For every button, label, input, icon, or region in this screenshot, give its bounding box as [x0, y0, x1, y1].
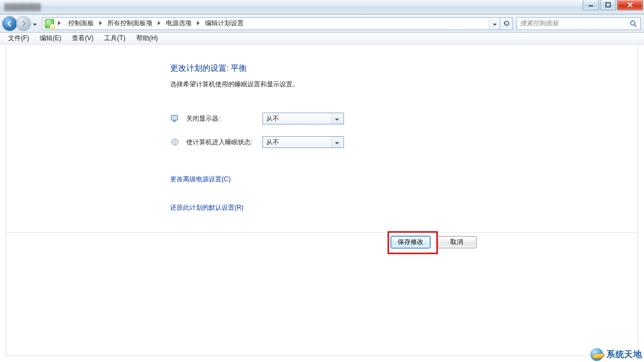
setting-label: 关闭显示器:	[186, 114, 256, 123]
watermark: 系统天地	[590, 348, 642, 361]
close-button[interactable]	[617, 0, 643, 10]
setting-sleep: 使计算机进入睡眠状态: 从不	[170, 136, 481, 148]
maximize-button[interactable]	[600, 0, 616, 10]
menu-tools[interactable]: 工具(T)	[99, 32, 130, 45]
breadcrumb-label: 编辑计划设置	[205, 19, 244, 28]
address-dropdown[interactable]	[489, 18, 500, 29]
breadcrumb-item[interactable]: 编辑计划设置	[201, 18, 247, 29]
arrow-left-icon	[6, 20, 13, 27]
title-bar: ████████	[0, 0, 644, 14]
chevron-right-icon	[98, 20, 104, 26]
refresh-icon	[503, 20, 510, 27]
nav-buttons	[2, 16, 39, 31]
restore-defaults-link[interactable]: 还原此计划的默认设置(R)	[170, 203, 244, 212]
setting-label: 使计算机进入睡眠状态:	[186, 138, 256, 147]
breadcrumb-item[interactable]: 电源选项	[162, 18, 195, 29]
breadcrumb-label: 控制面板	[68, 19, 94, 28]
display-off-combo[interactable]: 从不	[262, 113, 344, 124]
combo-value: 从不	[266, 138, 332, 147]
nav-history-dropdown[interactable]	[31, 18, 39, 29]
monitor-icon	[170, 114, 180, 123]
chevron-down-icon	[332, 113, 341, 124]
menu-help[interactable]: 帮助(H)	[131, 32, 163, 45]
refresh-button[interactable]	[500, 17, 513, 30]
breadcrumb-item[interactable]: 控制面板	[64, 18, 98, 29]
chevron-right-icon	[56, 20, 62, 26]
forward-button[interactable]	[16, 16, 31, 31]
page-description: 选择希望计算机使用的睡眠设置和显示设置。	[170, 80, 481, 89]
breadcrumb-label: 所有控制面板项	[107, 19, 152, 28]
sleep-combo[interactable]: 从不	[262, 136, 344, 148]
chevron-right-icon	[195, 20, 201, 26]
advanced-settings-link[interactable]: 更改高级电源设置(C)	[170, 175, 231, 184]
annotation-highlight	[387, 231, 438, 254]
menu-file[interactable]: 文件(F)	[3, 32, 34, 45]
button-row: 保存修改 取消	[6, 236, 638, 248]
control-panel-icon	[45, 19, 54, 28]
breadcrumb-item[interactable]: 所有控制面板项	[104, 18, 156, 29]
breadcrumbs: 控制面板 所有控制面板项 电源选项 编辑计划设置	[64, 18, 487, 29]
back-button[interactable]	[2, 16, 17, 31]
search-input[interactable]: 搜索控制面板	[516, 17, 641, 30]
nav-bar: 控制面板 所有控制面板项 电源选项 编辑计划设置 搜索控制面板	[0, 14, 644, 33]
page-title: 更改计划的设置: 平衡	[170, 63, 481, 73]
title-bar-blurred-text: ████████	[0, 0, 582, 14]
svg-rect-0	[589, 5, 593, 6]
svg-point-2	[631, 21, 635, 25]
combo-value: 从不	[266, 114, 332, 123]
minimize-button[interactable]	[583, 0, 599, 10]
menu-edit[interactable]: 编辑(E)	[35, 32, 66, 45]
menu-bar: 文件(F) 编辑(E) 查看(V) 工具(T) 帮助(H)	[0, 33, 644, 45]
chevron-down-icon	[33, 20, 37, 27]
window-controls	[582, 0, 644, 14]
svg-rect-1	[606, 3, 610, 7]
search-placeholder: 搜索控制面板	[520, 19, 626, 28]
setting-display-off: 关闭显示器: 从不	[170, 113, 481, 124]
breadcrumb-label: 电源选项	[166, 19, 192, 28]
menu-view[interactable]: 查看(V)	[67, 32, 98, 45]
globe-icon	[590, 348, 603, 361]
moon-icon	[170, 137, 180, 147]
svg-rect-4	[171, 115, 178, 120]
arrow-right-icon	[20, 20, 27, 27]
cancel-button[interactable]: 取消	[437, 236, 477, 248]
chevron-down-icon	[332, 137, 341, 147]
search-icon	[628, 19, 638, 28]
watermark-text: 系统天地	[606, 349, 642, 360]
chevron-down-icon	[493, 20, 497, 27]
content-area: 更改计划的设置: 平衡 选择希望计算机使用的睡眠设置和显示设置。 关闭显示器: …	[6, 45, 638, 356]
svg-rect-5	[173, 121, 175, 122]
address-bar[interactable]: 控制面板 所有控制面板项 电源选项 编辑计划设置	[42, 17, 500, 30]
divider	[6, 232, 638, 233]
chevron-right-icon	[156, 20, 162, 26]
svg-line-3	[634, 25, 636, 27]
